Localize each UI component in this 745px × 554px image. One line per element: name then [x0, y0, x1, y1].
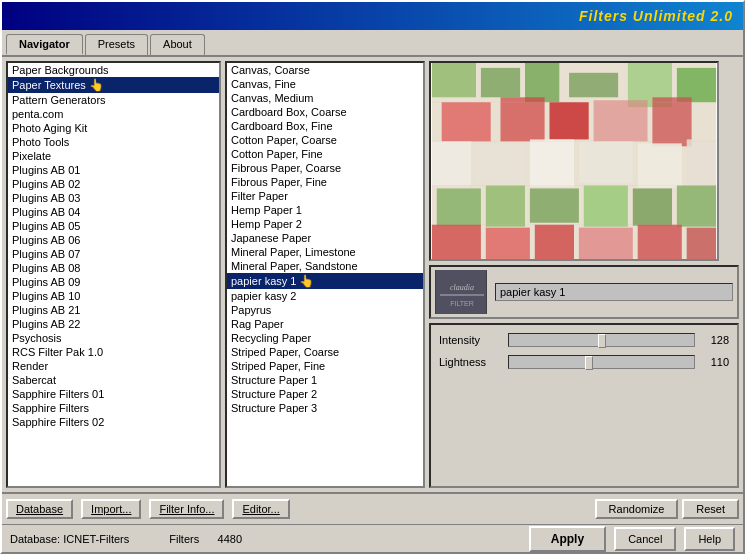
preview-area — [429, 61, 719, 261]
left-list-item[interactable]: Sapphire Filters 02 — [8, 415, 219, 429]
left-list-item[interactable]: Plugins AB 04 — [8, 205, 219, 219]
left-list-item[interactable]: Plugins AB 07 — [8, 247, 219, 261]
status-bar: Database: ICNET-Filters Filters 4480 App… — [2, 524, 743, 552]
middle-list-item[interactable]: Structure Paper 3 — [227, 401, 423, 415]
svg-rect-1 — [432, 63, 476, 97]
left-list-item[interactable]: Plugins AB 03 — [8, 191, 219, 205]
middle-list-item[interactable]: Structure Paper 2 — [227, 387, 423, 401]
help-button[interactable]: Help — [684, 527, 735, 551]
lightness-thumb[interactable] — [585, 356, 593, 370]
svg-rect-11 — [652, 97, 691, 146]
left-list-item[interactable]: RCS Filter Pak 1.0 — [8, 345, 219, 359]
middle-list-item[interactable]: Hemp Paper 2 — [227, 217, 423, 231]
middle-list-item[interactable]: Cardboard Box, Coarse — [227, 105, 423, 119]
import-button[interactable]: Import... — [81, 499, 141, 519]
tab-navigator[interactable]: Navigator — [6, 34, 83, 55]
middle-list-item[interactable]: Fibrous Paper, Fine — [227, 175, 423, 189]
left-list-item[interactable]: Plugins AB 22 — [8, 317, 219, 331]
svg-rect-25 — [486, 228, 530, 259]
left-list-item[interactable]: Photo Aging Kit — [8, 121, 219, 135]
middle-list-item[interactable]: Mineral Paper, Sandstone — [227, 259, 423, 273]
middle-list-item[interactable]: Filter Paper — [227, 189, 423, 203]
tab-about[interactable]: About — [150, 34, 205, 55]
middle-list-item[interactable]: Fibrous Paper, Coarse — [227, 161, 423, 175]
tab-presets[interactable]: Presets — [85, 34, 148, 55]
middle-list-item[interactable]: Mineral Paper, Limestone — [227, 245, 423, 259]
middle-list-item[interactable]: Canvas, Medium — [227, 91, 423, 105]
middle-panel: Canvas, CoarseCanvas, FineCanvas, Medium… — [225, 61, 425, 488]
plugin-name-bar: papier kasy 1 — [495, 283, 733, 301]
middle-list-item[interactable]: Cotton Paper, Coarse — [227, 133, 423, 147]
database-value: ICNET-Filters — [63, 533, 129, 545]
svg-rect-6 — [677, 68, 716, 102]
middle-list-item[interactable]: Papyrus — [227, 303, 423, 317]
svg-rect-29 — [687, 228, 716, 259]
left-list-item[interactable]: Sapphire Filters — [8, 401, 219, 415]
filter-list[interactable]: Canvas, CoarseCanvas, FineCanvas, Medium… — [225, 61, 425, 488]
cancel-button[interactable]: Cancel — [614, 527, 676, 551]
lightness-slider[interactable] — [508, 355, 695, 369]
toolbar-right: Randomize Reset — [595, 499, 739, 519]
left-list-item[interactable]: Pixelate — [8, 149, 219, 163]
left-list-item[interactable]: Sapphire Filters 01 — [8, 387, 219, 401]
editor-button[interactable]: Editor... — [232, 499, 289, 519]
middle-list-item[interactable]: Canvas, Fine — [227, 77, 423, 91]
svg-rect-21 — [584, 186, 628, 227]
left-list-item[interactable]: Sabercat — [8, 373, 219, 387]
middle-list-item[interactable]: Rag Paper — [227, 317, 423, 331]
middle-list-item[interactable]: Cotton Paper, Fine — [227, 147, 423, 161]
left-list-item[interactable]: Plugins AB 01 — [8, 163, 219, 177]
left-list-item[interactable]: Plugins AB 02 — [8, 177, 219, 191]
left-list-item[interactable]: Paper Backgrounds — [8, 63, 219, 77]
category-list[interactable]: Paper BackgroundsPaper Textures 👆Pattern… — [6, 61, 221, 488]
svg-rect-24 — [432, 225, 481, 259]
left-panel: Paper BackgroundsPaper Textures 👆Pattern… — [6, 61, 221, 488]
middle-list-item[interactable]: Japanese Paper — [227, 231, 423, 245]
sliders-area: Intensity 128 Lightness 110 — [429, 323, 739, 488]
left-list-item[interactable]: Plugins AB 08 — [8, 261, 219, 275]
left-list-item[interactable]: Plugins AB 05 — [8, 219, 219, 233]
svg-rect-17 — [687, 139, 716, 186]
intensity-value: 128 — [699, 334, 729, 346]
title-bar: Filters Unlimited 2.0 — [2, 2, 743, 30]
middle-list-item[interactable]: Recycling Paper — [227, 331, 423, 345]
left-list-item[interactable]: penta.com — [8, 107, 219, 121]
svg-rect-3 — [525, 63, 559, 102]
svg-rect-28 — [638, 225, 682, 259]
intensity-slider[interactable] — [508, 333, 695, 347]
middle-list-item[interactable]: Cardboard Box, Fine — [227, 119, 423, 133]
middle-list-item[interactable]: Striped Paper, Coarse — [227, 345, 423, 359]
left-list-item[interactable]: Plugins AB 21 — [8, 303, 219, 317]
svg-rect-7 — [442, 102, 491, 141]
left-list-item[interactable]: Pattern Generators — [8, 93, 219, 107]
left-list-item[interactable]: Psychosis — [8, 331, 219, 345]
plugin-logo: claudia FILTER — [435, 270, 487, 314]
left-list-item[interactable]: Plugins AB 06 — [8, 233, 219, 247]
middle-list-item[interactable]: Structure Paper 1 — [227, 373, 423, 387]
apply-button[interactable]: Apply — [529, 526, 606, 552]
svg-rect-20 — [530, 188, 579, 222]
middle-list-item[interactable]: papier kasy 1 👆 — [227, 273, 423, 289]
reset-button[interactable]: Reset — [682, 499, 739, 519]
middle-list-item[interactable]: papier kasy 2 — [227, 289, 423, 303]
database-label: Database: — [10, 533, 60, 545]
left-list-item[interactable]: Render — [8, 359, 219, 373]
database-button[interactable]: Database — [6, 499, 73, 519]
middle-list-item[interactable]: Canvas, Coarse — [227, 63, 423, 77]
filter-info-button[interactable]: Filter Info... — [149, 499, 224, 519]
bottom-toolbar: Database Import... Filter Info... Editor… — [2, 492, 743, 524]
middle-list-item[interactable]: Striped Paper, Fine — [227, 359, 423, 373]
left-list-item[interactable]: Plugins AB 09 — [8, 275, 219, 289]
intensity-label: Intensity — [439, 334, 504, 346]
left-list-item[interactable]: Plugins AB 10 — [8, 289, 219, 303]
left-list-item[interactable]: Photo Tools — [8, 135, 219, 149]
svg-rect-13 — [476, 143, 525, 182]
left-list-item[interactable]: Paper Textures 👆 — [8, 77, 219, 93]
filters-label: Filters — [169, 533, 199, 545]
middle-list-item[interactable]: Hemp Paper 1 — [227, 203, 423, 217]
content-area: Paper BackgroundsPaper Textures 👆Pattern… — [2, 57, 743, 492]
intensity-thumb[interactable] — [598, 334, 606, 348]
svg-rect-8 — [501, 97, 545, 141]
lightness-value: 110 — [699, 356, 729, 368]
randomize-button[interactable]: Randomize — [595, 499, 679, 519]
